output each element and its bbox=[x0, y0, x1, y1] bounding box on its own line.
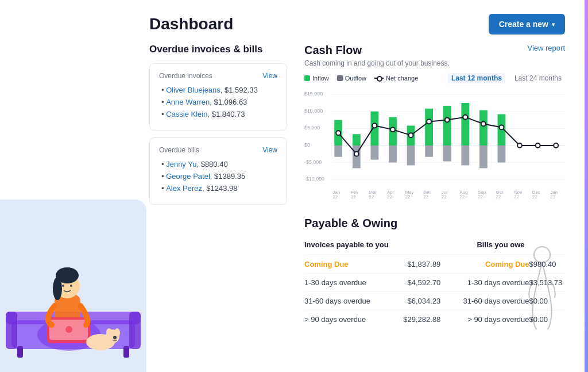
create-new-button[interactable]: Create a new ▾ bbox=[489, 14, 565, 34]
svg-rect-5 bbox=[123, 346, 129, 358]
legend-inflow: Inflow bbox=[304, 75, 329, 82]
svg-point-19 bbox=[106, 328, 112, 336]
svg-text:23: 23 bbox=[550, 194, 555, 200]
inflow-dot bbox=[304, 75, 310, 81]
svg-rect-2 bbox=[6, 312, 17, 349]
svg-rect-35 bbox=[334, 145, 342, 157]
svg-text:22: 22 bbox=[442, 194, 447, 200]
last-24-months-filter[interactable]: Last 24 months bbox=[511, 73, 565, 83]
invoices-label: Overdue invoices bbox=[159, 72, 212, 80]
list-item: Jenny Yu, $880.40 bbox=[159, 160, 277, 168]
svg-text:$15,000: $15,000 bbox=[304, 91, 323, 97]
svg-point-59 bbox=[372, 124, 377, 128]
svg-rect-43 bbox=[407, 145, 415, 166]
list-item: Cassie Klein, $1,840.73 bbox=[159, 110, 277, 118]
bill-coming-due[interactable]: Coming Due bbox=[458, 255, 529, 274]
svg-point-63 bbox=[445, 118, 450, 122]
chevron-down-icon: ▾ bbox=[552, 21, 555, 28]
chart-svg: $15,000 $10,000 $5,000 $0 -$5,000 -$10,0… bbox=[304, 88, 565, 203]
svg-point-57 bbox=[336, 131, 341, 135]
list-item: Alex Perez, $1243.98 bbox=[159, 184, 277, 193]
svg-text:22: 22 bbox=[387, 194, 392, 200]
bills-label: Overdue bills bbox=[159, 146, 199, 154]
svg-point-20 bbox=[113, 336, 117, 339]
invoice-1-30-amount: $4,592.70 bbox=[400, 274, 440, 292]
svg-rect-39 bbox=[370, 145, 378, 160]
bill-31-60: 31-60 days overdue bbox=[458, 292, 529, 310]
bills-list: Jenny Yu, $880.40 George Patel, $1389.35… bbox=[159, 160, 277, 193]
svg-point-10 bbox=[53, 277, 62, 300]
col-invoices-amount-header bbox=[400, 238, 440, 255]
svg-text:22: 22 bbox=[478, 194, 483, 200]
cashflow-section: Cash Flow View report Cash coming in and… bbox=[304, 44, 565, 203]
create-btn-label: Create a new bbox=[499, 20, 548, 29]
chart-controls: Inflow Outflow Net change Last 12 months bbox=[304, 73, 565, 83]
svg-rect-41 bbox=[389, 145, 397, 163]
svg-point-21 bbox=[534, 247, 550, 263]
last-12-months-filter[interactable]: Last 12 months bbox=[448, 73, 505, 83]
bills-view-link[interactable]: View bbox=[262, 146, 277, 154]
cashflow-chart: $15,000 $10,000 $5,000 $0 -$5,000 -$10,0… bbox=[304, 88, 565, 203]
net-change-line-icon bbox=[374, 78, 384, 79]
svg-text:$10,000: $10,000 bbox=[304, 108, 323, 114]
svg-point-65 bbox=[481, 122, 486, 126]
cashflow-header: Cash Flow View report bbox=[304, 44, 565, 57]
svg-point-11 bbox=[62, 285, 64, 287]
bill-name-link[interactable]: Jenny Yu bbox=[166, 160, 196, 168]
invoices-view-link[interactable]: View bbox=[262, 72, 277, 80]
bill-name-link[interactable]: Alex Perez bbox=[166, 184, 202, 193]
left-column: Overdue invoices & bills Overdue invoice… bbox=[149, 44, 287, 361]
svg-point-60 bbox=[390, 127, 395, 132]
svg-point-64 bbox=[463, 115, 467, 120]
cashflow-subtitle: Cash coming in and going out of your bus… bbox=[304, 59, 565, 67]
svg-rect-44 bbox=[425, 109, 433, 145]
svg-rect-46 bbox=[443, 106, 451, 145]
invoice-coming-due-amount: $1,837.89 bbox=[400, 255, 440, 274]
invoices-list: Oliver Bluejeans, $1,592.33 Anne Warren,… bbox=[159, 86, 277, 118]
svg-point-68 bbox=[536, 143, 540, 148]
svg-text:22: 22 bbox=[351, 194, 356, 200]
svg-text:22: 22 bbox=[532, 194, 537, 200]
bills-card-header: Overdue bills View bbox=[159, 146, 277, 154]
legend-outflow: Outflow bbox=[337, 75, 366, 82]
invoices-card-header: Overdue invoices View bbox=[159, 72, 277, 80]
svg-point-15 bbox=[65, 326, 72, 333]
invoice-coming-due[interactable]: Coming Due bbox=[304, 255, 400, 274]
invoice-1-30: 1-30 days overdue bbox=[304, 274, 400, 292]
svg-rect-36 bbox=[353, 134, 361, 145]
payable-title: Payable & Owing bbox=[304, 217, 565, 230]
svg-point-67 bbox=[517, 143, 522, 148]
overdue-invoices-card: Overdue invoices View Oliver Bluejeans, … bbox=[149, 63, 287, 131]
svg-point-66 bbox=[500, 125, 504, 129]
page-wrapper: Dashboard Create a new ▾ Overdue invoice… bbox=[0, 0, 588, 372]
invoice-name-link[interactable]: Cassie Klein bbox=[166, 110, 207, 118]
col-invoices-header: Invoices payable to you bbox=[304, 238, 400, 255]
chart-legend: Inflow Outflow Net change bbox=[304, 75, 418, 82]
svg-rect-4 bbox=[17, 346, 23, 358]
invoice-name-link[interactable]: Oliver Bluejeans bbox=[166, 86, 220, 94]
list-item: George Patel, $1389.35 bbox=[159, 172, 277, 181]
cashflow-title: Cash Flow bbox=[304, 44, 362, 57]
overdue-bills-card: Overdue bills View Jenny Yu, $880.40 Geo… bbox=[149, 137, 287, 205]
svg-text:22: 22 bbox=[459, 194, 465, 200]
outflow-dot bbox=[337, 75, 343, 81]
svg-point-12 bbox=[70, 285, 72, 287]
svg-text:22: 22 bbox=[514, 194, 519, 200]
invoice-name-link[interactable]: Anne Warren bbox=[166, 98, 210, 106]
col-bills-header: Bills you owe bbox=[458, 238, 529, 255]
svg-point-69 bbox=[554, 143, 558, 148]
overdue-section-title: Overdue invoices & bills bbox=[149, 44, 287, 55]
svg-rect-47 bbox=[443, 145, 451, 162]
view-report-link[interactable]: View report bbox=[527, 44, 565, 52]
svg-rect-53 bbox=[498, 145, 506, 163]
svg-text:$5,000: $5,000 bbox=[304, 125, 320, 131]
inflow-label: Inflow bbox=[312, 75, 329, 82]
invoice-31-60: 31-60 days overdue bbox=[304, 292, 400, 310]
svg-text:22: 22 bbox=[332, 194, 338, 200]
bill-1-30: 1-30 days overdue bbox=[458, 274, 529, 292]
page-title: Dashboard bbox=[149, 15, 233, 33]
svg-rect-45 bbox=[425, 145, 433, 157]
outflow-label: Outflow bbox=[345, 75, 366, 82]
bill-name-link[interactable]: George Patel bbox=[166, 172, 210, 181]
svg-rect-3 bbox=[129, 312, 141, 349]
